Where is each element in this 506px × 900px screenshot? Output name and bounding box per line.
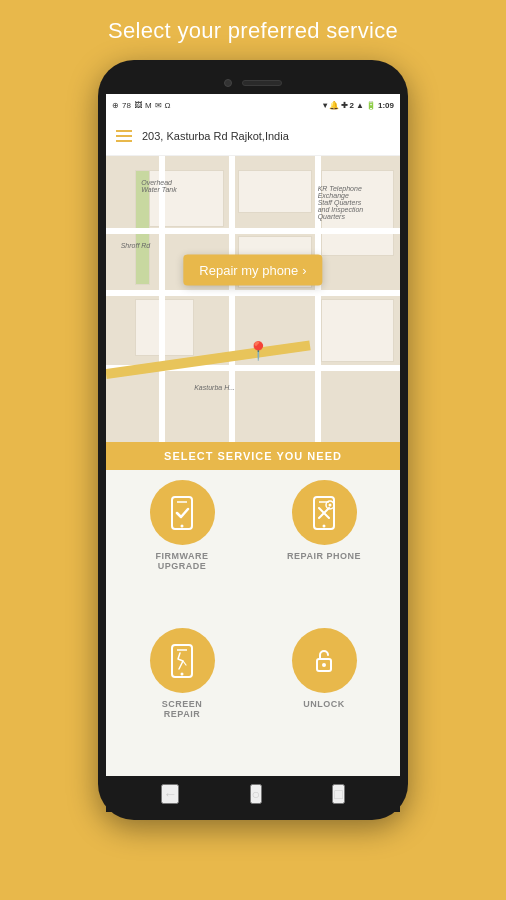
svg-point-15 [322,663,326,667]
phone-nav-bar: ← ○ □ [106,776,400,812]
service-repair-phone[interactable]: REPAIR PHONE [258,480,390,618]
unlock-label: UNLOCK [303,699,345,709]
phone-top-bar [106,72,400,94]
status-right: ▾ 🔔 ✚ 2 ▲ 🔋 1:09 [323,101,394,110]
svg-line-13 [183,661,186,665]
battery-icon: 🔋 [366,101,376,110]
map-pin: 📍 [247,340,269,362]
phone-wrench-icon [306,495,342,531]
phone-speaker [242,80,282,86]
select-service-bar: SELECT SERVICE YOU NEED [106,442,400,470]
phone-check-icon [164,495,200,531]
wifi-icon: ▾ [323,101,327,110]
road-h1 [106,228,400,234]
repair-phone-circle [292,480,357,545]
signal-icon: ▲ [356,101,364,110]
status-icon-cross: ✚ [341,101,348,110]
map-label-shroff: Shroff Rd [121,242,151,249]
app-screen: 203, Kasturba Rd Rajkot,India [106,116,400,776]
service-firmware-upgrade[interactable]: FIRMWAREUPGRADE [116,480,248,618]
screen-repair-circle [150,628,215,693]
map-label-telephone: KR TelephoneExchangeStaff Quartersand In… [318,185,364,220]
address-text: 203, Kasturba Rd Rajkot,India [142,130,289,142]
phone-frame: ⊕ 78 🖼 M ✉ Ω ▾ 🔔 ✚ 2 ▲ 🔋 1:09 203, Kastu… [98,60,408,820]
map-block-2 [238,170,312,213]
status-icon-o: Ω [165,101,171,110]
road-v1 [229,156,235,442]
status-icon-notif: 78 [122,101,131,110]
nav-home-button[interactable]: ○ [250,784,262,804]
map-block-6 [321,299,395,362]
svg-point-2 [181,524,184,527]
status-icon-m: M [145,101,152,110]
notification-icon: 🔔 [329,101,339,110]
repair-button-arrow: › [302,263,306,278]
status-left: ⊕ 78 🖼 M ✉ Ω [112,101,171,110]
firmware-upgrade-circle [150,480,215,545]
lock-icon [306,643,342,679]
svg-point-12 [181,672,184,675]
services-grid: FIRMWAREUPGRADE [106,470,400,776]
status-icon-plus: ⊕ [112,101,119,110]
page-title: Select your preferred service [108,18,398,44]
firmware-upgrade-label: FIRMWAREUPGRADE [156,551,209,571]
road-v3 [159,156,165,442]
map-label-kasturba: Kasturba H... [194,384,235,391]
svg-point-9 [329,503,332,506]
time-display: 1:09 [378,101,394,110]
repair-phone-label: REPAIR PHONE [287,551,361,561]
service-screen-repair[interactable]: SCREENREPAIR [116,628,248,766]
screen-repair-label: SCREENREPAIR [162,699,203,719]
nav-back-button[interactable]: ← [161,784,179,804]
status-icon-2: 2 [350,101,354,110]
status-icon-img: 🖼 [134,101,142,110]
repair-button-label: Repair my phone [199,263,298,278]
svg-point-5 [323,524,326,527]
phone-camera [224,79,232,87]
app-header: 203, Kasturba Rd Rajkot,India [106,116,400,156]
screen-crack-icon [164,643,200,679]
service-unlock[interactable]: UNLOCK [258,628,390,766]
status-bar: ⊕ 78 🖼 M ✉ Ω ▾ 🔔 ✚ 2 ▲ 🔋 1:09 [106,94,400,116]
road-h2 [106,290,400,296]
map-label-water-tank: OverheadWater Tank [141,179,176,193]
unlock-circle [292,628,357,693]
menu-button[interactable] [116,130,132,142]
nav-recent-button[interactable]: □ [332,784,344,804]
status-icon-mail: ✉ [155,101,162,110]
repair-my-phone-button[interactable]: Repair my phone › [183,255,322,286]
map-background: OverheadWater Tank KR TelephoneExchangeS… [106,156,400,442]
map-area: OverheadWater Tank KR TelephoneExchangeS… [106,156,400,442]
